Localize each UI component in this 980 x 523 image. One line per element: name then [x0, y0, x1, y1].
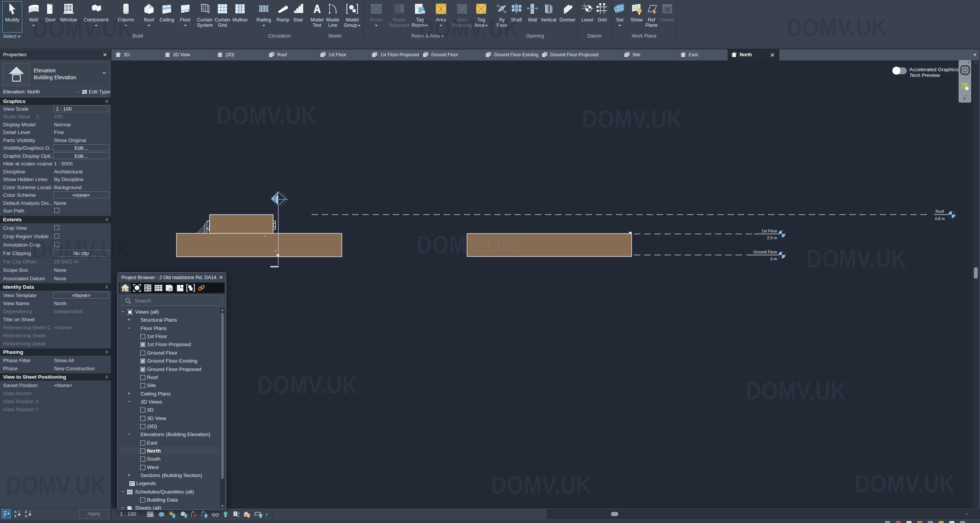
svg-text:Z: Z [25, 510, 27, 514]
svg-text:Ground Floor: Ground Floor [753, 250, 777, 254]
svg-text:4.8 m: 4.8 m [935, 216, 945, 221]
svg-text:1st Floor: 1st Floor [761, 229, 777, 233]
svg-text:A: A [25, 514, 28, 518]
svg-text:Z: Z [14, 514, 16, 518]
svg-text:1: 1 [422, 11, 424, 13]
svg-text:Roof: Roof [936, 209, 944, 214]
svg-text:A: A [14, 510, 17, 514]
svg-text:0 m: 0 m [770, 257, 777, 261]
svg-text:2.5 m: 2.5 m [767, 235, 777, 240]
